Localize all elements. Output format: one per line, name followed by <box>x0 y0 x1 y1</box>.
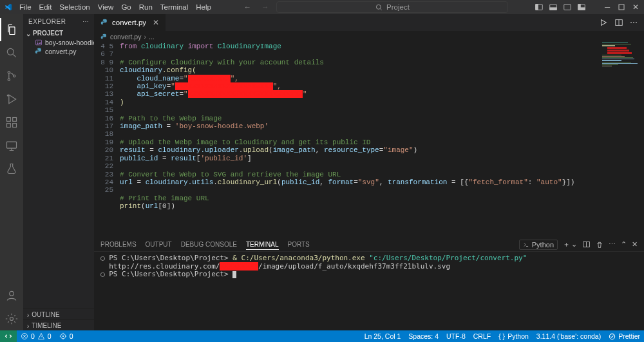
svg-point-23 <box>37 42 39 43</box>
terminal-dropdown-icon[interactable]: ⌄ <box>571 240 577 249</box>
activity-bar <box>0 14 23 330</box>
status-ports[interactable]: 0 <box>55 332 77 340</box>
svg-point-20 <box>10 291 14 296</box>
sidebar-more-icon[interactable]: ⋯ <box>82 18 90 25</box>
svg-point-12 <box>8 79 10 81</box>
svg-rect-5 <box>564 5 571 10</box>
panel-tab-ports[interactable]: PORTS <box>288 241 310 248</box>
terminal-more-icon[interactable]: ⋯ <box>609 240 616 249</box>
sidebar-outline-section[interactable]: ›OUTLINE <box>23 309 94 319</box>
sidebar: EXPLORER ⋯ ⌄ PROJECT boy-snow-hoodie.web… <box>23 14 94 330</box>
command-center[interactable]: Project <box>276 1 508 13</box>
activity-account-icon[interactable] <box>0 284 23 307</box>
line-numbers: 4 5 6 7 8 9 10 11 12 13 14 15 16 17 18 1… <box>94 43 120 237</box>
status-spaces[interactable]: Spaces: 4 <box>404 332 442 340</box>
minimap[interactable] <box>602 43 638 81</box>
svg-rect-2 <box>536 5 538 10</box>
close-tab-icon[interactable]: ✕ <box>153 18 159 27</box>
code-editor[interactable]: 4 5 6 7 8 9 10 11 12 13 14 15 16 17 18 1… <box>94 43 644 237</box>
split-editor-icon[interactable] <box>614 18 623 27</box>
svg-rect-19 <box>7 142 17 148</box>
chevron-right-icon: › <box>27 312 29 319</box>
menu-view[interactable]: View <box>94 3 118 11</box>
terminal-split-icon[interactable] <box>582 240 591 249</box>
activity-search-icon[interactable] <box>0 41 23 64</box>
sidebar-title: EXPLORER <box>28 18 66 25</box>
status-prettier[interactable]: Prettier <box>605 332 644 340</box>
status-lncol[interactable]: Ln 25, Col 1 <box>361 332 405 340</box>
panel-tab-debug[interactable]: DEBUG CONSOLE <box>181 241 237 248</box>
nav-back-icon[interactable]: ← <box>241 3 254 11</box>
svg-point-21 <box>10 318 14 321</box>
terminal-new-icon[interactable]: ＋ <box>563 240 570 249</box>
tab-bar: convert.py ✕ ⋯ <box>94 14 644 31</box>
svg-point-11 <box>8 71 10 73</box>
menubar: File Edit Selection View Go Run Terminal… <box>0 0 644 14</box>
code-content[interactable]: from cloudinary import CloudinaryImage #… <box>120 43 644 237</box>
menu-run[interactable]: Run <box>135 3 156 11</box>
run-file-icon[interactable] <box>599 18 608 27</box>
layout-sidebar-right-icon[interactable] <box>563 3 572 12</box>
svg-rect-15 <box>7 118 11 122</box>
file-tree-item[interactable]: convert.py <box>27 47 94 56</box>
svg-point-14 <box>7 95 8 96</box>
activity-remote-icon[interactable] <box>0 134 23 157</box>
menu-edit[interactable]: Edit <box>35 3 56 11</box>
svg-rect-7 <box>578 5 581 10</box>
svg-rect-8 <box>580 8 585 10</box>
terminal-close-icon[interactable]: ✕ <box>632 240 638 249</box>
panel-tab-problems[interactable]: PROBLEMS <box>100 241 137 248</box>
search-icon <box>375 4 383 11</box>
status-eol[interactable]: CRLF <box>469 332 495 340</box>
window-close-icon[interactable]: ✕ <box>631 3 640 12</box>
editor-tab[interactable]: convert.py ✕ <box>94 14 166 31</box>
menu-file[interactable]: File <box>15 3 35 11</box>
svg-point-24 <box>37 49 38 50</box>
python-file-icon <box>100 19 108 26</box>
file-tree-item[interactable]: boy-snow-hoodie.webp <box>27 38 94 47</box>
activity-explorer-icon[interactable] <box>0 18 23 41</box>
python-file-icon <box>100 33 108 41</box>
panel: PROBLEMS OUTPUT DEBUG CONSOLE TERMINAL P… <box>94 237 644 330</box>
svg-point-0 <box>376 5 381 9</box>
breadcrumb[interactable]: convert.py › ... <box>94 31 644 43</box>
status-encoding[interactable]: UTF-8 <box>442 332 469 340</box>
app-icon <box>4 3 15 12</box>
command-center-text: Project <box>386 3 410 11</box>
status-bar: 0 0 0 Ln 25, Col 1 Spaces: 4 UTF-8 CRLF … <box>0 330 644 342</box>
window-maximize-icon[interactable] <box>617 3 626 12</box>
panel-tab-terminal[interactable]: TERMINAL <box>246 241 279 250</box>
menu-help[interactable]: Help <box>192 3 215 11</box>
terminal-trash-icon[interactable] <box>596 241 603 249</box>
editor-scrollbar[interactable] <box>638 43 644 237</box>
terminal[interactable]: ◯ PS C:\Users\Desktop\Project> & C:/User… <box>94 252 644 330</box>
activity-testing-icon[interactable] <box>0 157 23 180</box>
layout-customize-icon[interactable] <box>577 3 586 12</box>
window-minimize-icon[interactable]: ─ <box>603 3 612 12</box>
terminal-shell-select[interactable]: Python <box>519 240 558 250</box>
status-language[interactable]: { } Python <box>495 332 533 340</box>
activity-settings-icon[interactable] <box>0 307 23 330</box>
panel-tab-output[interactable]: OUTPUT <box>146 241 172 248</box>
menu-go[interactable]: Go <box>117 3 135 11</box>
menu-terminal[interactable]: Terminal <box>156 3 192 11</box>
chevron-right-icon: › <box>144 33 146 41</box>
status-remote-icon[interactable] <box>0 330 17 342</box>
nav-fwd-icon[interactable]: → <box>259 3 272 11</box>
status-interpreter[interactable]: 3.11.4 ('base': conda) <box>533 332 605 340</box>
terminal-maximize-icon[interactable]: ⌃ <box>621 240 627 249</box>
sidebar-timeline-section[interactable]: ›TIMELINE <box>23 319 94 330</box>
tab-more-icon[interactable]: ⋯ <box>630 18 638 27</box>
svg-rect-16 <box>7 124 11 128</box>
editor-group: convert.py ✕ ⋯ convert.py › ... <box>94 14 644 330</box>
menu-selection[interactable]: Selection <box>55 3 93 11</box>
activity-debug-icon[interactable] <box>0 88 23 111</box>
sidebar-project-header[interactable]: ⌄ PROJECT <box>23 28 94 38</box>
activity-extensions-icon[interactable] <box>0 111 23 134</box>
python-file-icon <box>35 48 43 55</box>
activity-scm-icon[interactable] <box>0 64 23 88</box>
status-problems[interactable]: 0 0 <box>17 332 55 340</box>
layout-panel-icon[interactable] <box>549 3 558 12</box>
layout-sidebar-left-icon[interactable] <box>535 3 544 12</box>
svg-rect-17 <box>13 124 17 128</box>
